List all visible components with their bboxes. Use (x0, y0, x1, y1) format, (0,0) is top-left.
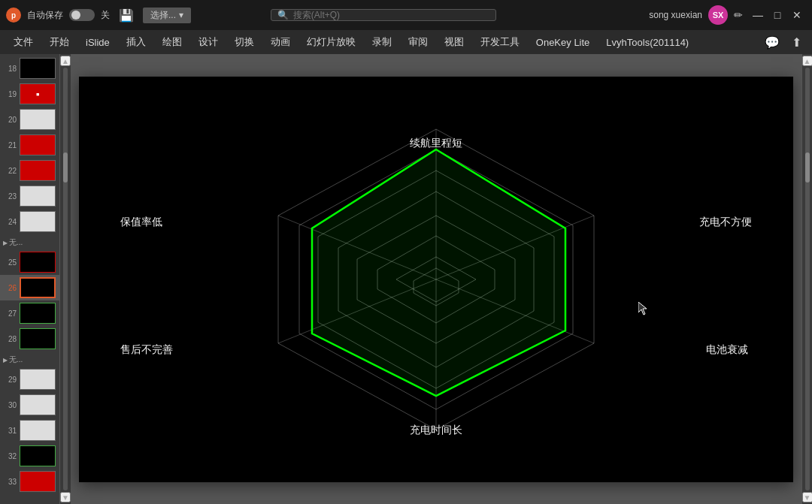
slide-canvas: 续航里程短 充电不方便 电池衰减 充电时间长 售后不完善 保值率低 (79, 77, 793, 482)
slide-item-21[interactable]: 21 (0, 132, 59, 158)
slide-number-30: 30 (3, 401, 17, 409)
section-label-none2[interactable]: ▶ 无... (0, 352, 59, 367)
slide-item-30[interactable]: 30 (0, 392, 59, 418)
slide-thumb-19: ■ (20, 83, 56, 104)
menu-design[interactable]: 设计 (191, 32, 226, 52)
right-scroll-down-button[interactable]: ▼ (802, 492, 813, 502)
avatar[interactable]: SX (708, 5, 728, 25)
label-bottom-left: 售后不完善 (120, 343, 173, 357)
slide-number-19: 19 (3, 90, 17, 98)
comment-icon-button[interactable]: 💬 (760, 34, 784, 51)
right-scroll: ▲ ▼ (801, 54, 812, 504)
slide-item-18[interactable]: 18 (0, 56, 59, 81)
slide-item-26[interactable]: 26 (0, 275, 59, 300)
slide-thumb-23 (20, 186, 56, 207)
right-scroll-track (805, 68, 810, 490)
save-button[interactable]: 💾 (116, 8, 137, 23)
slide-thumb-18 (20, 58, 56, 79)
content-area: ▲ ▼ 续航里程短 充电不方便 电池衰减 充电时间长 售后不完善 保值率低 (60, 54, 812, 504)
pen-icon[interactable]: ✏ (734, 9, 743, 21)
scroll-up-button[interactable]: ▲ (60, 56, 71, 66)
restore-button[interactable]: □ (768, 6, 786, 24)
menu-devtools[interactable]: 开发工具 (473, 32, 527, 52)
menu-slideshow[interactable]: 幻灯片放映 (299, 32, 363, 52)
left-scroll: ▲ ▼ (60, 54, 71, 504)
menu-file[interactable]: 文件 (6, 32, 41, 52)
slide-item-19[interactable]: 19 ■ (0, 81, 59, 107)
slide-thumb-30 (20, 394, 56, 415)
menu-draw[interactable]: 绘图 (155, 32, 189, 52)
close-button[interactable]: ✕ (788, 6, 806, 24)
slide-item-31[interactable]: 31 (0, 418, 59, 443)
label-bottom-right: 电池衰减 (706, 343, 748, 357)
slide-item-23[interactable]: 23 (0, 183, 59, 209)
minimize-button[interactable]: — (749, 6, 767, 24)
slide-item-20[interactable]: 20 (0, 107, 59, 132)
menu-lvyhtools[interactable]: LvyhTools(201114) (598, 34, 696, 51)
menu-view[interactable]: 视图 (437, 32, 471, 52)
search-icon: 🔍 (277, 10, 289, 20)
slide-thumb-29 (20, 369, 56, 390)
slide-thumb-28 (20, 328, 56, 349)
autosave-toggle[interactable] (69, 9, 95, 21)
slide-item-32[interactable]: 32 (0, 443, 59, 469)
slide-number-25: 25 (3, 258, 17, 267)
user-area: song xuexian SX ✏ (649, 5, 743, 25)
section-text-1: 无... (9, 237, 23, 248)
menu-islide[interactable]: iSlide (78, 34, 117, 51)
slide-item-27[interactable]: 27 (0, 300, 59, 326)
main-area: 18 19 ■ 20 21 22 23 24 (0, 54, 812, 504)
menu-bar: 文件 开始 iSlide 插入 绘图 设计 切换 动画 幻灯片放映 录制 审阅 … (0, 30, 812, 54)
slide-number-28: 28 (3, 335, 17, 343)
slide-number-33: 33 (3, 478, 17, 486)
slide-item-28[interactable]: 28 (0, 326, 59, 352)
search-box: 🔍 (271, 9, 496, 21)
svg-marker-15 (638, 302, 647, 315)
dropdown-arrow-icon: ▾ (179, 10, 183, 20)
menu-home[interactable]: 开始 (42, 32, 77, 52)
slide-item-33[interactable]: 33 (0, 469, 59, 494)
menu-transition[interactable]: 切换 (227, 32, 262, 52)
section-label-none1[interactable]: ▶ 无... (0, 234, 59, 249)
slide-number-23: 23 (3, 192, 17, 201)
menu-animation[interactable]: 动画 (263, 32, 298, 52)
slide-thumb-26 (20, 277, 56, 298)
slide-number-22: 22 (3, 167, 17, 175)
menu-record[interactable]: 录制 (365, 32, 399, 52)
slide-item-22[interactable]: 22 (0, 158, 59, 183)
logo-text: p (11, 11, 16, 20)
autosave-label: 自动保存 (27, 9, 63, 22)
slide-item-25[interactable]: 25 (0, 249, 59, 275)
slide-number-20: 20 (3, 116, 17, 124)
slide-number-21: 21 (3, 141, 17, 149)
section-text-2: 无... (9, 355, 23, 365)
share-icon-button[interactable]: ⬆ (787, 34, 806, 51)
right-scroll-up-button[interactable]: ▲ (802, 56, 813, 66)
scroll-down-button[interactable]: ▼ (60, 492, 71, 502)
slide-thumb-32 (20, 445, 56, 466)
select-dropdown[interactable]: 选择... ▾ (143, 8, 191, 23)
cursor-icon (638, 302, 649, 315)
menu-insert[interactable]: 插入 (119, 32, 153, 52)
menu-extra-icons: 💬 ⬆ (760, 34, 806, 51)
slide-thumb-22 (20, 160, 56, 181)
app-logo: p (6, 8, 21, 23)
window-controls: — □ ✕ (749, 6, 806, 24)
slide-item-29[interactable]: 29 (0, 367, 59, 392)
label-top-left: 保值率低 (120, 216, 162, 229)
autosave-state: 关 (101, 9, 110, 22)
slide-number-26: 26 (3, 284, 17, 292)
slide-item-24[interactable]: 24 (0, 209, 59, 234)
slide-number-29: 29 (3, 376, 17, 384)
slide-thumb-27 (20, 303, 56, 324)
menu-onekey[interactable]: OneKey Lite (529, 34, 598, 51)
slide-number-27: 27 (3, 309, 17, 318)
search-input[interactable] (293, 10, 489, 20)
slide-number-18: 18 (3, 65, 17, 73)
slide-number-31: 31 (3, 427, 17, 435)
slide-number-32: 32 (3, 452, 17, 460)
slide-thumb-20 (20, 109, 56, 130)
slide-panel: 18 19 ■ 20 21 22 23 24 (0, 54, 60, 504)
scroll-thumb (63, 152, 68, 183)
menu-review[interactable]: 审阅 (401, 32, 435, 52)
